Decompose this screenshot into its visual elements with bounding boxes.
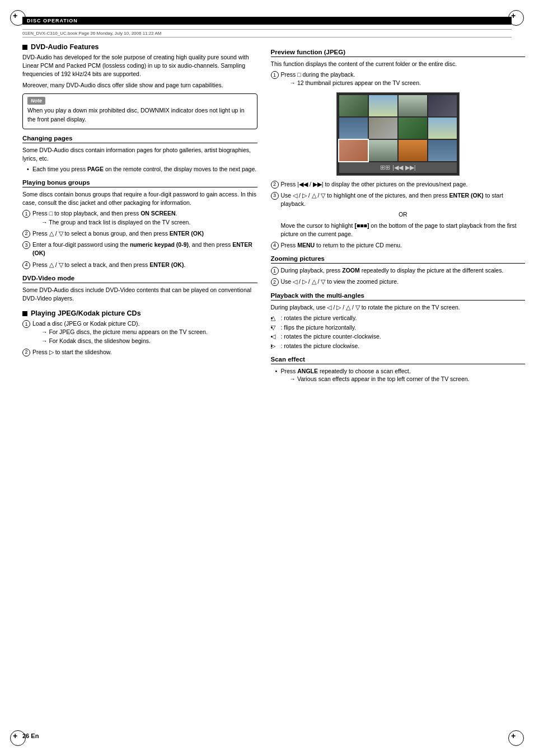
step-num-4: 4 [22, 261, 30, 269]
jpeg-step-1: 1 Load a disc (JPEG or Kodak picture CD)… [22, 320, 257, 345]
preview-step-4: 4 Press MENU to return to the picture CD… [271, 241, 525, 250]
preview-step-1-content: Press □ during the playback. → 12 thumbn… [281, 71, 525, 87]
multi-angles-desc: During playback, use ◁ / ▷ / △ / ▽ to ro… [271, 303, 525, 312]
preview-step-1: 1 Press □ during the playback. → 12 thum… [271, 71, 525, 87]
preview-step-2: 2 Press |◀◀ / ▶▶| to display the other p… [271, 180, 525, 189]
crosshair-tl [15, 15, 21, 21]
thumbnail-container: ⊞⊞ |◀◀ ▶▶| [336, 92, 460, 176]
thumb-12 [428, 140, 457, 161]
playing-jpeg-title-text: Playing JPEG/Kodak picture CDs [31, 309, 141, 317]
page-number: 26 En [22, 732, 39, 739]
ctrl-next-icon: ▶▶| [405, 164, 416, 171]
note-label: Note [27, 97, 45, 105]
jpeg-step-2: 2 Press ▷ to start the slideshow. [22, 348, 257, 356]
playing-jpeg-steps: 1 Load a disc (JPEG or Kodak picture CD)… [22, 320, 257, 356]
thumb-4 [428, 95, 457, 116]
corner-mark-tr [508, 10, 524, 26]
changing-pages-desc: Some DVD-Audio discs contain information… [22, 146, 257, 163]
note-box: Note When you play a down mix prohibited… [22, 93, 257, 129]
multi-angle-item-4-text: : rotates the picture clockwise. [281, 342, 360, 350]
section-bullet [22, 45, 27, 50]
thumb-6 [369, 118, 397, 139]
multi-angle-item-1-text: : rotates the picture vertically. [281, 314, 357, 322]
bonus-step-1-content: Press □ to stop playback, and then press… [32, 209, 257, 226]
thumb-1 [339, 95, 368, 116]
zoom-step-1: 1 During playback, press ZOOM repeatedly… [271, 266, 525, 275]
jpeg-step-num-1: 1 [22, 320, 30, 328]
zoom-step-2: 2 Use ◁ / ▷ / △ / ▽ to view the zoomed p… [271, 278, 525, 286]
changing-pages-list: Each time you press PAGE on the remote c… [22, 165, 257, 173]
playing-jpeg-title: Playing JPEG/Kodak picture CDs [22, 309, 257, 317]
zooming-steps: 1 During playback, press ZOOM repeatedly… [271, 266, 525, 286]
multi-angle-item-3: ◁ : rotates the picture counter-clockwis… [271, 332, 525, 341]
page: DISC OPERATION 01EN_DVX-C310_UC.book Pag… [0, 0, 534, 756]
scan-effect-list: Press ANGLE repeatedly to choose a scan … [271, 367, 525, 383]
thumb-2 [369, 95, 397, 116]
preview-step-3: 3 Use ◁ / ▷ / △ / ▽ to highlight one of … [271, 191, 525, 238]
preview-step-3-content: Use ◁ / ▷ / △ / ▽ to highlight one of th… [281, 191, 525, 238]
dvd-audio-title-text: DVD-Audio Features [31, 43, 99, 51]
corner-mark-tl [10, 10, 26, 26]
playing-bonus-steps: 1 Press □ to stop playback, and then pre… [22, 209, 257, 269]
zoom-step-1-content: During playback, press ZOOM repeatedly t… [281, 266, 525, 275]
multi-angles-list: △ : rotates the picture vertically. ▽ : … [271, 314, 525, 350]
multi-angle-item-1: △ : rotates the picture vertically. [271, 314, 525, 322]
scan-effect-arrow: → Various scan effects appear in the top… [290, 375, 525, 383]
playing-bonus-desc: Some discs contain bonus groups that req… [22, 190, 257, 207]
bonus-step-2-content: Press △ / ▽ to select a bonus group, and… [32, 229, 257, 238]
jpeg-step-1-arrow1: → For JPEG discs, the picture menu appea… [41, 328, 257, 336]
bonus-step-3-content: Enter a four-digit password using the nu… [32, 241, 257, 257]
preview-desc: This function displays the content of th… [271, 60, 525, 68]
ctrl-grid-icon: ⊞⊞ [380, 164, 390, 171]
bonus-step-3: 3 Enter a four-digit password using the … [22, 241, 257, 257]
note-text: When you play a down mix prohibited disc… [27, 106, 252, 123]
thumb-11 [399, 140, 427, 161]
corner-mark-br [508, 730, 524, 746]
thumb-8 [428, 118, 457, 139]
or-divider: OR [281, 210, 525, 219]
dvd-audio-desc1: DVD-Audio has developed for the sole pur… [22, 53, 257, 79]
left-column: DVD-Audio Features DVD-Audio has develop… [22, 43, 257, 384]
crosshair-br [513, 735, 519, 741]
multi-angle-item-4: ▷ : rotates the picture clockwise. [271, 342, 525, 350]
step-num-3: 3 [22, 241, 30, 249]
jpeg-step-2-content: Press ▷ to start the slideshow. [32, 348, 257, 356]
preview-steps-2: 2 Press |◀◀ / ▶▶| to display the other p… [271, 180, 525, 250]
zoom-step-num-1: 1 [271, 267, 279, 275]
dvd-video-mode-title: DVD-Video mode [22, 275, 257, 283]
thumb-9 [339, 140, 368, 161]
changing-pages-item: Each time you press PAGE on the remote c… [27, 165, 257, 173]
preview-title: Preview function (JPEG) [271, 49, 525, 57]
playing-jpeg-section: Playing JPEG/Kodak picture CDs [22, 309, 257, 317]
section-bullet-2 [22, 311, 27, 316]
header-text: DISC OPERATION [27, 18, 78, 24]
preview-step-1-arrow: → 12 thumbnail pictures appear on the TV… [290, 79, 525, 87]
dvd-audio-title: DVD-Audio Features [22, 43, 257, 51]
zooming-title: Zooming pictures [271, 255, 525, 264]
multi-angles-title: Playback with the multi-angles [271, 292, 525, 300]
thumb-10 [369, 140, 397, 161]
dvd-video-mode-desc: Some DVD-Audio discs include DVD-Video c… [22, 286, 257, 303]
thumb-7 [399, 118, 427, 139]
bonus-step-4-content: Press △ / ▽ to select a track, and then … [32, 261, 257, 269]
bonus-step-1-arrow: → The group and track list is displayed … [41, 218, 257, 227]
preview-step-num-2: 2 [271, 181, 279, 189]
ctrl-prev-icon: |◀◀ [392, 164, 403, 171]
multi-angle-item-3-text: : rotates the picture counter-clockwise. [281, 332, 381, 341]
preview-step-4-content: Press MENU to return to the picture CD m… [281, 241, 525, 250]
multi-angle-item-2: ▽ : flips the picture horizontally. [271, 323, 525, 332]
preview-step-num-3: 3 [271, 192, 279, 200]
jpeg-step-1-content: Load a disc (JPEG or Kodak picture CD). … [32, 320, 257, 345]
file-info: 01EN_DVX-C310_UC.book Page 26 Monday, Ju… [22, 29, 512, 37]
dvd-audio-desc2: Moreover, many DVD-Audio discs offer sli… [22, 81, 257, 90]
bonus-step-4: 4 Press △ / ▽ to select a track, and the… [22, 261, 257, 269]
bonus-step-1: 1 Press □ to stop playback, and then pre… [22, 209, 257, 226]
changing-pages-title: Changing pages [22, 135, 257, 143]
thumb-5 [339, 118, 368, 139]
step-num-2: 2 [22, 230, 30, 238]
scan-effect-title: Scan effect [271, 356, 525, 364]
thumbnail-grid [339, 95, 457, 161]
step-num-1: 1 [22, 210, 30, 218]
crosshair-bl [15, 735, 21, 741]
playing-bonus-title: Playing bonus groups [22, 179, 257, 187]
